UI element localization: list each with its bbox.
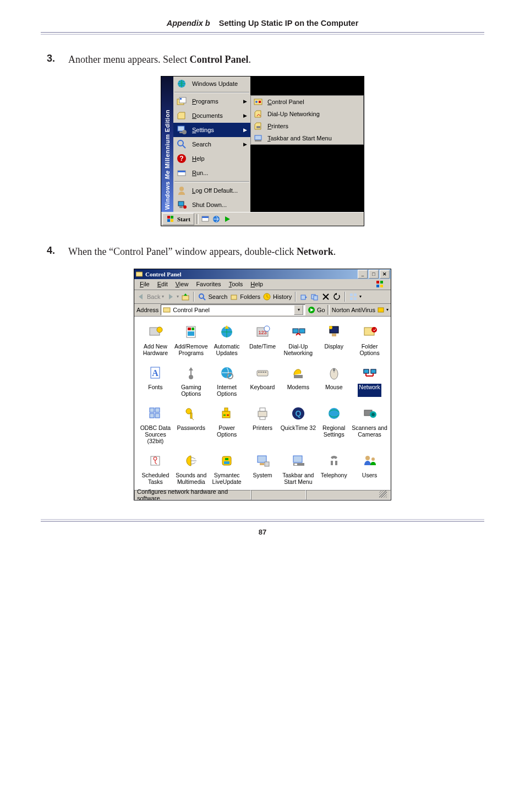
- control-panel-item[interactable]: System: [245, 451, 281, 486]
- control-panel-item[interactable]: Network: [352, 363, 387, 398]
- svg-rect-82: [257, 370, 268, 376]
- menu-favorites[interactable]: Favorites: [193, 280, 224, 288]
- control-panel-item[interactable]: Telephony: [316, 451, 352, 486]
- control-panel-item[interactable]: Dial-Up Networking: [280, 322, 316, 357]
- start-button[interactable]: Start: [162, 213, 194, 225]
- control-panel-item[interactable]: Automatic Updates: [209, 322, 245, 357]
- control-panel-item[interactable]: AFonts: [138, 363, 173, 398]
- taskbar-icon: [253, 133, 263, 143]
- quicklaunch-media-icon[interactable]: [223, 215, 232, 224]
- svg-rect-63: [192, 328, 194, 330]
- control-panel-item[interactable]: Power Options: [209, 404, 245, 445]
- start-menu-item-settings[interactable]: Settings ▶: [173, 123, 250, 137]
- svg-point-69: [264, 326, 270, 331]
- control-panel-item[interactable]: Regional Settings: [316, 404, 352, 445]
- control-panel-item[interactable]: Gaming Options: [173, 363, 209, 398]
- run-icon: [176, 167, 188, 179]
- step-4: 4. When the “Control Panel” window appea…: [41, 245, 484, 258]
- control-panel-item-icon: [182, 323, 200, 341]
- start-menu-item-search[interactable]: Search ▶: [173, 137, 250, 151]
- toolbar-up[interactable]: [181, 292, 190, 301]
- start-menu-item-help[interactable]: ? Help: [173, 151, 250, 166]
- control-panel-item-icon: [218, 405, 236, 422]
- control-panel-item[interactable]: Symantec LiveUpdate: [209, 451, 245, 486]
- control-panel-item[interactable]: Folder Options: [352, 322, 387, 357]
- windows-flag-icon: [372, 279, 389, 289]
- views-icon: [349, 292, 358, 301]
- menu-view[interactable]: View: [172, 280, 192, 288]
- control-panel-item[interactable]: Modems: [280, 363, 316, 398]
- control-panel-item[interactable]: Sounds and Multimedia: [173, 451, 209, 486]
- control-panel-item[interactable]: Taskbar and Start Menu: [280, 451, 316, 486]
- norton-antivirus-button[interactable]: Norton AntiVirus ▾: [332, 306, 389, 314]
- menu-file[interactable]: File: [136, 280, 153, 288]
- start-menu-item-windows-update[interactable]: Windows Update: [173, 77, 250, 91]
- submenu-item-control-panel[interactable]: Control Panel: [251, 96, 363, 108]
- toolbar-views[interactable]: ▾: [349, 292, 362, 301]
- svg-rect-127: [331, 461, 333, 465]
- toolbar-undo[interactable]: [332, 292, 341, 301]
- programs-icon: [176, 95, 188, 107]
- svg-rect-123: [265, 462, 269, 466]
- window-minimize-button[interactable]: _: [358, 270, 368, 279]
- toolbar-search[interactable]: Search: [198, 292, 227, 301]
- address-go-button[interactable]: Go: [308, 306, 325, 314]
- menu-edit[interactable]: Edit: [154, 280, 171, 288]
- menu-tools[interactable]: Tools: [226, 280, 247, 288]
- start-menu-item-run[interactable]: Run...: [173, 166, 250, 180]
- svg-point-129: [365, 456, 370, 460]
- toolbar-history[interactable]: History: [262, 292, 292, 301]
- address-combobox[interactable]: Control Panel ▾: [161, 304, 305, 315]
- window-close-button[interactable]: ✕: [380, 270, 390, 279]
- control-panel-item[interactable]: Printers: [245, 404, 281, 445]
- submenu-item-dialup[interactable]: Dial-Up Networking: [251, 108, 363, 120]
- control-panel-item[interactable]: Add New Hardware: [138, 322, 173, 357]
- control-panel-item[interactable]: Users: [352, 451, 387, 486]
- control-panel-item[interactable]: Display: [316, 322, 352, 357]
- start-menu-item-documents[interactable]: Documents ▶: [173, 108, 250, 123]
- control-panel-item-icon: [325, 405, 343, 422]
- control-panel-item[interactable]: Scheduled Tasks: [138, 451, 173, 486]
- window-titlebar[interactable]: Control Panel _ □ ✕: [134, 269, 391, 279]
- submenu-item-taskbar[interactable]: Taskbar and Start Menu: [251, 132, 363, 144]
- statusbar: Configures network hardware and software…: [134, 489, 391, 500]
- svg-marker-45: [305, 296, 307, 298]
- toolbar-folders[interactable]: Folders: [229, 292, 260, 301]
- control-panel-item-icon: [361, 364, 379, 382]
- window-maximize-button[interactable]: □: [369, 270, 379, 279]
- resize-grip-icon[interactable]: [379, 490, 387, 498]
- start-menu-item-logoff[interactable]: Log Off Default...: [173, 183, 250, 198]
- start-menu-item-programs[interactable]: Programs ▶: [173, 94, 250, 108]
- chevron-down-icon[interactable]: ▾: [294, 305, 303, 315]
- toolbar-delete[interactable]: [321, 292, 330, 301]
- control-panel-item[interactable]: Mouse: [316, 363, 352, 398]
- screenshot-control-panel: Control Panel _ □ ✕ File Edit View Favor…: [41, 269, 484, 501]
- delete-icon: [321, 292, 330, 301]
- submenu-item-printers[interactable]: Printers: [251, 120, 363, 132]
- control-panel-item[interactable]: Internet Options: [209, 363, 245, 398]
- svg-rect-64: [188, 331, 194, 336]
- control-panel-item[interactable]: Keyboard: [245, 363, 281, 398]
- settings-icon: [176, 124, 188, 136]
- control-panel-item[interactable]: QQuickTime 32: [280, 404, 316, 445]
- quicklaunch-ie-icon[interactable]: [212, 215, 221, 224]
- svg-rect-107: [258, 411, 267, 417]
- menu-help[interactable]: Help: [247, 280, 266, 288]
- control-panel-item[interactable]: Add/Remove Programs: [173, 322, 209, 357]
- toolbar-back[interactable]: Back ▾: [136, 292, 164, 301]
- toolbar-moveto[interactable]: [299, 292, 308, 301]
- start-menu-item-shutdown[interactable]: Shut Down...: [173, 198, 250, 212]
- control-panel-item-icon: [182, 405, 200, 422]
- toolbar-copyto[interactable]: [310, 292, 319, 301]
- control-panel-item[interactable]: Scanners and Cameras: [352, 404, 387, 445]
- toolbar-forward[interactable]: ▾: [166, 292, 179, 301]
- header-rule: [41, 32, 484, 35]
- control-panel-icon-grid: Add New HardwareAdd/Remove ProgramsAutom…: [134, 317, 391, 490]
- quicklaunch-desktop-icon[interactable]: [201, 215, 210, 224]
- control-panel-item[interactable]: 123Date/Time: [245, 322, 281, 357]
- start-menu-column: Windows Update Programs ▶: [173, 77, 250, 212]
- control-panel-item[interactable]: Passwords: [173, 404, 209, 445]
- logoff-icon: [176, 184, 188, 197]
- control-panel-item[interactable]: ODBC Data Sources (32bit): [138, 404, 173, 445]
- svg-marker-37: [169, 294, 173, 299]
